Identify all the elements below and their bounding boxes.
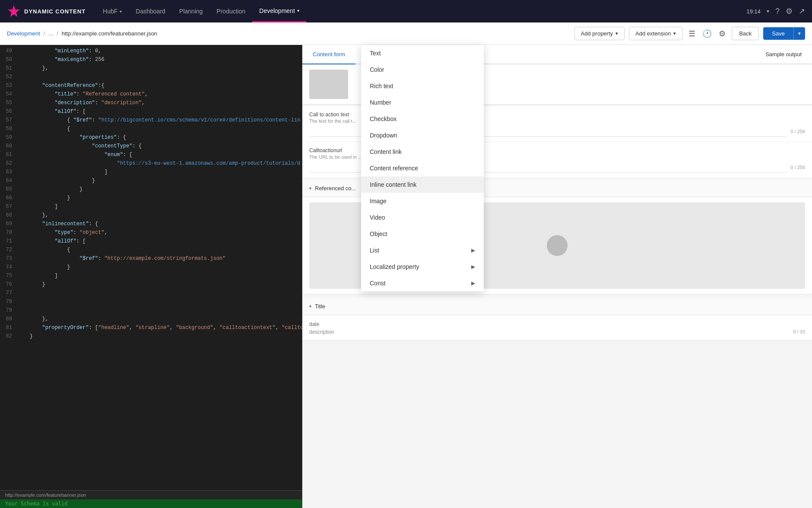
logo-area[interactable]: DYNAMIC CONTENT [7,4,86,18]
breadcrumb-ellipsis[interactable]: ... [48,30,53,37]
right-tabs: Content form [302,45,355,64]
code-line: 74 } [0,263,302,272]
ref-image-icon [547,235,568,256]
code-line: 55 "description": "description", [0,99,302,107]
topnav: DYNAMIC CONTENT HubF ▾ Dashboard Plannin… [0,0,812,22]
dropdown-item-content-reference[interactable]: Content reference [361,160,484,176]
breadcrumb-file: http://example.com/featurebanner.json [62,30,157,37]
list-arrow-icon: ▶ [471,247,475,253]
breadcrumb-sep1: / [44,30,45,37]
code-line: 72 { [0,246,302,254]
toolbar-actions: Add property ▾ Add extension ▾ ☰ 🕐 ⚙ Bac… [574,27,805,40]
status-bar: http://example.com/featurebanner.json Yo… [0,490,302,508]
tab-content-form[interactable]: Content form [302,45,355,64]
code-editor[interactable]: 49 "minLength": 0, 50 "maxLength": 256 5… [0,45,302,490]
code-line: 53 "contentReference":{ [0,81,302,90]
title-counter: 0 / 10 [793,329,805,335]
toolbar-icons: ☰ 🕐 ⚙ [687,27,727,40]
back-button[interactable]: Back [732,27,759,40]
add-property-button[interactable]: Add property ▾ [574,27,625,40]
breadcrumb-development[interactable]: Development [7,30,40,37]
code-line: 65 } [0,185,302,194]
code-line: 63 ] [0,168,302,176]
dropdown-item-color[interactable]: Color [361,61,484,78]
code-line: 69 "inlinecontent": { [0,220,302,228]
code-line: 80 }, [0,315,302,323]
cta-counter: 0 / 256 [790,129,805,134]
breadcrumb-sep2: / [57,30,58,37]
title-fields: date description 0 / 10 [302,315,812,340]
add-property-chevron-icon: ▾ [615,31,618,36]
dropdown-item-rich-text[interactable]: Rich text [361,78,484,94]
dropdown-item-text[interactable]: Text [361,45,484,61]
dropdown-item-inline-content-link[interactable]: Inline content link [361,176,484,193]
valid-message: Your Schema is valid [0,499,302,508]
code-line: 73 "$ref": "http://example.com/stringfor… [0,254,302,263]
topnav-dropdown-icon[interactable]: ▾ [767,8,769,14]
help-icon[interactable]: ? [775,7,780,16]
code-line: 58 { [0,125,302,133]
settings2-icon[interactable]: ⚙ [717,27,727,40]
dropdown-item-video[interactable]: Video [361,209,484,226]
dropdown-item-image[interactable]: Image [361,193,484,209]
add-extension-chevron-icon: ▾ [673,31,676,36]
code-panel: 49 "minLength": 0, 50 "maxLength": 256 5… [0,45,302,508]
dropdown-item-const[interactable]: Const ▶ [361,275,484,291]
title-date-label: date [309,319,805,328]
format-icon[interactable]: ☰ [687,27,697,40]
file-path: http://example.com/featurebanner.json [0,490,302,499]
code-line: 62 "https://s3-eu-west-1.amazonaws.com/a… [0,159,302,168]
dropdown-item-checkbox[interactable]: Checkbox [361,111,484,127]
user-icon[interactable]: ↗ [799,6,805,16]
title-section: ▾ Title date description 0 / 10 [302,298,812,341]
code-line: 75 ] [0,272,302,280]
development-chevron-icon: ▾ [297,8,299,13]
save-button[interactable]: Save [763,27,793,40]
code-line: 64 } [0,176,302,185]
title-chevron-icon: ▾ [309,304,311,309]
url-counter: 0 / 256 [790,165,805,170]
code-line: 49 "minLength": 0, [0,47,302,55]
title-section-header[interactable]: ▾ Title [302,298,812,315]
main-layout: 49 "minLength": 0, 50 "maxLength": 256 5… [0,45,812,508]
code-line: 59 "properties": { [0,133,302,142]
dropdown-item-localized-property[interactable]: Localized property ▶ [361,259,484,275]
dropdown-item-object[interactable]: Object [361,226,484,242]
code-line: 71 "allOf": [ [0,237,302,246]
code-line: 61 "enum": [ [0,150,302,159]
title-desc-label: description 0 / 10 [309,328,805,337]
code-line: 77 [0,289,302,297]
dropdown-item-list[interactable]: List ▶ [361,242,484,259]
save-button-group: Save ▾ [763,27,805,40]
code-line: 79 [0,306,302,315]
dropdown-item-dropdown[interactable]: Dropdown [361,127,484,144]
code-line: 82 } [0,332,302,341]
settings-icon[interactable]: ⚙ [786,6,793,16]
code-line: 78 [0,297,302,306]
nav-item-production[interactable]: Production [209,0,252,22]
app-name: DYNAMIC CONTENT [24,8,86,15]
referenced-chevron-icon: ▾ [309,186,311,191]
topnav-time: 19:14 [746,8,761,15]
referenced-content-title: Referenced co... [315,185,356,192]
add-extension-button[interactable]: Add extension ▾ [629,27,682,40]
nav-items: HubF ▾ Dashboard Planning Production Dev… [96,0,746,22]
nav-item-hubf[interactable]: HubF ▾ [96,0,129,22]
hubf-chevron-icon: ▾ [120,9,122,14]
sample-output-label: Sample output [755,45,812,64]
code-line: 52 [0,73,302,81]
localized-arrow-icon: ▶ [471,264,475,270]
save-dropdown-button[interactable]: ▾ [793,27,805,40]
code-line: 50 "maxLength": 256 [0,55,302,64]
code-line: 81 "propertyOrder": ["headline", "strapl… [0,323,302,332]
title-section-title: Title [315,303,325,310]
topnav-right: 19:14 ▾ ? ⚙ ↗ [746,6,805,16]
dropdown-item-number[interactable]: Number [361,94,484,111]
nav-item-dashboard[interactable]: Dashboard [129,0,172,22]
logo-icon [7,4,21,18]
code-line: 70 "type": "object", [0,228,302,237]
nav-item-planning[interactable]: Planning [172,0,210,22]
history-icon[interactable]: 🕐 [701,27,714,40]
nav-item-development[interactable]: Development ▾ [252,0,306,22]
dropdown-item-content-link[interactable]: Content link [361,144,484,160]
